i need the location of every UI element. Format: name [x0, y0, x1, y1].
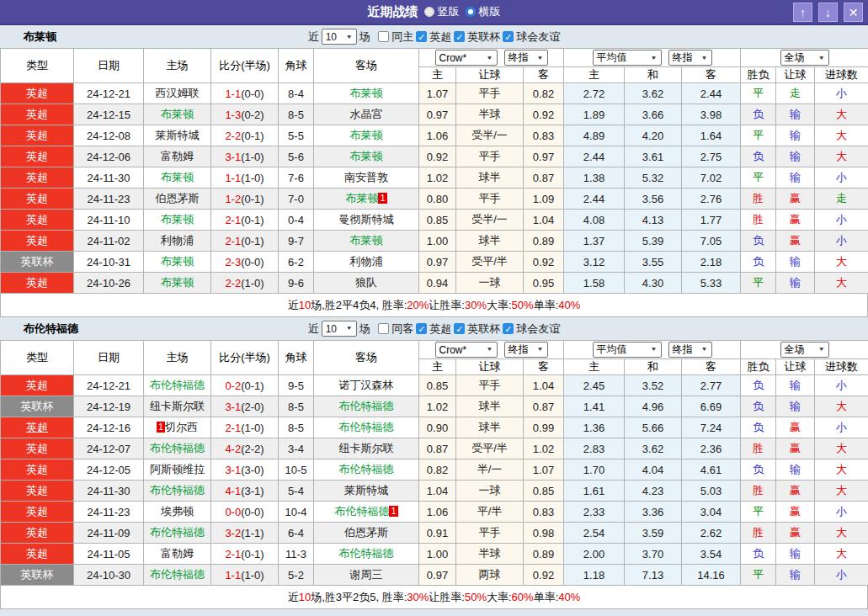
league-type-cell[interactable]: 英超 — [1, 104, 74, 125]
league-type-cell[interactable]: 英超 — [1, 189, 74, 210]
league-type-cell[interactable]: 英联杯 — [1, 252, 74, 273]
league-type-cell[interactable]: 英超 — [1, 544, 74, 565]
vertical-radio-icon[interactable] — [424, 7, 434, 17]
away-team-cell[interactable]: 纽卡斯尔联 — [314, 438, 419, 459]
average-select[interactable]: 平均值▼ — [593, 342, 662, 358]
away-team-cell[interactable]: 谢周三 — [314, 565, 419, 586]
home-team-cell[interactable]: 利物浦 — [144, 231, 211, 252]
odds-stage-select[interactable]: 终指▼ — [504, 50, 548, 66]
home-team-cell[interactable]: 伯恩茅斯 — [144, 189, 211, 210]
horizontal-layout-option[interactable]: 横版 — [466, 4, 501, 19]
scope-select[interactable]: 全场▼ — [780, 342, 829, 358]
home-team-cell[interactable]: 富勒姆 — [144, 544, 211, 565]
home-team-cell[interactable]: 纽卡斯尔联 — [144, 396, 211, 417]
home-team-cell[interactable]: 埃弗顿 — [144, 502, 211, 523]
league-checkbox[interactable]: ✓ — [503, 323, 514, 334]
home-team-cell[interactable]: 布伦特福德 — [144, 375, 211, 396]
home-team-cell[interactable]: 布莱顿 — [144, 210, 211, 231]
away-team-cell[interactable]: 布伦特福德 — [314, 459, 419, 481]
league-type-cell[interactable]: 英超 — [1, 502, 74, 523]
league-type-cell[interactable]: 英超 — [1, 125, 74, 146]
scope-select[interactable]: 全场▼ — [780, 50, 829, 66]
away-team-cell[interactable]: 利物浦 — [314, 252, 419, 273]
league-type-cell[interactable]: 英联杯 — [1, 396, 74, 417]
handicap-result-cell: 输 — [776, 146, 815, 167]
away-team-cell[interactable]: 莱斯特城 — [314, 481, 419, 502]
league-type-cell[interactable]: 英超 — [1, 459, 74, 481]
league-type-cell[interactable]: 英超 — [1, 375, 74, 396]
away-team-cell[interactable]: 布伦特福德 — [314, 544, 419, 565]
home-team-cell[interactable]: 布伦特福德 — [144, 481, 211, 502]
home-team-cell[interactable]: 布莱顿 — [144, 273, 211, 294]
league-checkbox[interactable]: ✓ — [454, 323, 465, 334]
away-team-cell[interactable]: 布伦特福德1 — [314, 502, 419, 523]
home-team-cell[interactable]: 布伦特福德 — [144, 565, 211, 586]
vertical-layout-option[interactable]: 竖版 — [424, 4, 460, 19]
horizontal-radio-icon[interactable] — [466, 7, 476, 17]
odds-provider-select[interactable]: Crow*▼ — [435, 50, 498, 66]
home-team-cell[interactable]: 1切尔西 — [144, 417, 211, 438]
avg-away-cell: 6.69 — [682, 396, 741, 417]
away-odds-cell: 1.04 — [524, 375, 564, 396]
league-type-cell[interactable]: 英超 — [1, 231, 74, 252]
away-team-cell[interactable]: 布伦特福德 — [314, 396, 419, 417]
away-team-cell[interactable]: 曼彻斯特城 — [314, 210, 419, 231]
home-team-cell[interactable]: 布伦特福德 — [144, 438, 211, 459]
avg-home-cell: 1.38 — [564, 167, 625, 189]
home-team-cell[interactable]: 布莱顿 — [144, 167, 211, 189]
move-down-button[interactable]: ↓ — [818, 3, 838, 22]
away-team-cell[interactable]: 布莱顿 — [314, 83, 419, 104]
league-type-cell[interactable]: 英超 — [1, 523, 74, 544]
average-stage-select[interactable]: 终指▼ — [668, 50, 712, 66]
league-type-cell[interactable]: 英超 — [1, 438, 74, 459]
away-team-cell[interactable]: 布莱顿 — [314, 146, 419, 167]
average-select[interactable]: 平均值▼ — [593, 50, 662, 66]
league-checkbox[interactable]: ✓ — [416, 31, 427, 42]
league-type-cell[interactable]: 英超 — [1, 83, 74, 104]
odds-stage-select[interactable]: 终指▼ — [504, 342, 548, 358]
away-team-cell[interactable]: 布莱顿1 — [314, 189, 419, 210]
away-team-cell[interactable]: 诺丁汉森林 — [314, 375, 419, 396]
league-checkbox[interactable]: ✓ — [416, 323, 427, 334]
close-button[interactable]: ✕ — [844, 3, 863, 22]
team-link: 利物浦 — [161, 234, 194, 247]
home-team-cell[interactable]: 布莱顿 — [144, 104, 211, 125]
away-team-cell[interactable]: 布莱顿 — [314, 231, 419, 252]
home-odds-cell: 1.00 — [419, 231, 456, 252]
average-stage-select[interactable]: 终指▼ — [668, 342, 712, 358]
same-venue-checkbox[interactable] — [378, 323, 389, 334]
avg-draw-cell: 4.96 — [625, 396, 682, 417]
league-type-cell[interactable]: 英超 — [1, 167, 74, 189]
home-team-cell[interactable]: 富勒姆 — [144, 146, 211, 167]
away-team-cell[interactable]: 南安普敦 — [314, 167, 419, 189]
home-team-cell[interactable]: 莱斯特城 — [144, 125, 211, 146]
avg-home-cell: 2.44 — [564, 189, 625, 210]
fulltime-score: 2-1 — [225, 214, 241, 226]
result-cell: 负 — [741, 459, 776, 481]
league-checkbox[interactable]: ✓ — [503, 31, 514, 42]
away-team-cell[interactable]: 布伦特福德 — [314, 417, 419, 438]
same-venue-checkbox[interactable] — [378, 31, 389, 42]
league-checkbox[interactable]: ✓ — [454, 31, 465, 42]
odds-provider-select[interactable]: Crow*▼ — [435, 342, 498, 358]
league-type-cell[interactable]: 英超 — [1, 273, 74, 294]
league-type-cell[interactable]: 英超 — [1, 210, 74, 231]
goals-result-cell: 大 — [815, 544, 868, 565]
league-type-cell[interactable]: 英超 — [1, 417, 74, 438]
home-team-cell[interactable]: 阿斯顿维拉 — [144, 459, 211, 481]
match-count-select[interactable]: 10▼ — [322, 29, 357, 45]
away-team-cell[interactable]: 布莱顿 — [314, 125, 419, 146]
away-team-cell[interactable]: 伯恩茅斯 — [314, 523, 419, 544]
away-team-cell[interactable]: 水晶宫 — [314, 104, 419, 125]
home-team-cell[interactable]: 布莱顿 — [144, 252, 211, 273]
home-team-cell[interactable]: 西汉姆联 — [144, 83, 211, 104]
league-type-cell[interactable]: 英超 — [1, 481, 74, 502]
away-odds-cell: 0.87 — [524, 167, 564, 189]
match-count-select[interactable]: 10▼ — [322, 321, 357, 337]
move-up-button[interactable]: ↑ — [793, 3, 812, 22]
avg-draw-cell: 4.20 — [625, 125, 682, 146]
away-team-cell[interactable]: 狼队 — [314, 273, 419, 294]
league-type-cell[interactable]: 英联杯 — [1, 565, 74, 586]
league-type-cell[interactable]: 英超 — [1, 146, 74, 167]
home-team-cell[interactable]: 布伦特福德 — [144, 523, 211, 544]
